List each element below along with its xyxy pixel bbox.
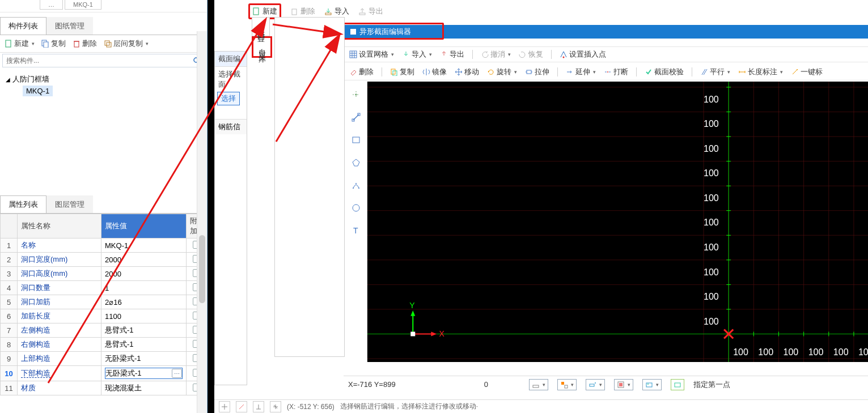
snap-menu-2[interactable]: ▾: [557, 379, 577, 390]
copy-button[interactable]: 复制: [41, 39, 66, 49]
context-tab[interactable]: …: [40, 0, 63, 10]
eraser-icon: [349, 68, 357, 76]
tab-layer-mgmt[interactable]: 图层管理: [46, 195, 93, 213]
svg-text:100: 100: [704, 267, 719, 277]
status-message: 选择钢筋进行编辑，选择标注进行修改或移动·: [340, 402, 478, 411]
move-button[interactable]: 移动: [455, 67, 479, 77]
svg-point-36: [355, 183, 357, 184]
table-row[interactable]: 7左侧构造悬臂式-1: [1, 323, 207, 338]
vtab-system[interactable]: 系统内置: [252, 18, 270, 36]
svg-rect-6: [107, 42, 111, 47]
copy-icon: [41, 40, 49, 48]
table-row[interactable]: 10下部构造无卧梁式-1⋯: [1, 366, 207, 381]
tool-arc[interactable]: [349, 178, 363, 193]
delete-button[interactable]: 删除: [73, 39, 97, 49]
layer-copy-button[interactable]: 层间复制▾: [104, 39, 149, 49]
tab-drawing-mgmt[interactable]: 图纸管理: [46, 17, 93, 35]
tool-text[interactable]: T: [349, 223, 363, 238]
svg-text:100: 100: [704, 292, 719, 301]
svg-rect-119: [533, 385, 539, 388]
table-row[interactable]: 11材质现浇混凝土: [1, 381, 207, 395]
svg-rect-122: [590, 384, 594, 386]
mirror-button[interactable]: 镜像: [422, 67, 447, 77]
export-button[interactable]: 导出: [440, 49, 464, 59]
layer-copy-icon: [104, 40, 112, 48]
grid-icon: [349, 50, 357, 58]
stretch-button[interactable]: 拉伸: [525, 67, 549, 77]
status-btn-1[interactable]: [219, 401, 230, 412]
tree-root[interactable]: ◢ 人防门框墙: [6, 73, 201, 86]
snap-menu-1[interactable]: ▾: [529, 379, 548, 390]
drawing-canvas[interactable]: 1001001001001001001001001001001001001001…: [367, 82, 868, 362]
rotate-button[interactable]: 旋转▾: [487, 67, 517, 77]
svg-marker-113: [410, 310, 415, 316]
oneclick-button[interactable]: 一键标: [791, 67, 823, 77]
extend-button[interactable]: 延伸▾: [566, 67, 596, 77]
copy-button[interactable]: 复制: [390, 67, 414, 77]
more-button[interactable]: ⋯: [172, 369, 182, 378]
svg-point-28: [355, 94, 357, 96]
search-input[interactable]: [6, 57, 193, 65]
left-scrollbar[interactable]: [197, 31, 207, 413]
tree-child[interactable]: MKQ-1: [23, 86, 53, 96]
import-button[interactable]: 导入▾: [402, 49, 432, 59]
status-btn-3[interactable]: [253, 401, 264, 412]
break-button[interactable]: 打断: [604, 67, 628, 77]
svg-rect-9: [253, 8, 259, 15]
svg-line-24: [704, 69, 707, 75]
svg-rect-125: [619, 383, 623, 386]
tool-line[interactable]: [349, 110, 363, 125]
move-icon: [455, 68, 463, 76]
snap-menu-4[interactable]: ▾: [614, 379, 633, 390]
import-button[interactable]: 导入: [324, 6, 349, 16]
svg-text:100: 100: [704, 95, 719, 104]
property-table: 属性名称 属性值 附加 1名称MKQ-12洞口宽度(mm)20003洞口高度(m…: [0, 214, 207, 395]
svg-point-34: [353, 188, 354, 189]
svg-rect-10: [292, 9, 297, 15]
svg-text:100: 100: [808, 347, 824, 357]
new-button[interactable]: 新建▾: [5, 39, 35, 49]
length-annot-button[interactable]: 长度标注▾: [738, 67, 783, 77]
svg-rect-13: [350, 51, 357, 58]
table-row[interactable]: 6加筋长度1100: [1, 309, 207, 323]
insert-point-button[interactable]: 设置插入点: [560, 49, 606, 59]
tab-property-list[interactable]: 属性列表: [0, 195, 46, 213]
tool-polygon[interactable]: [349, 155, 363, 170]
check-icon: [645, 68, 653, 76]
select-section-label: 选择截面: [215, 67, 247, 92]
status-btn-2[interactable]: [236, 401, 247, 412]
mirror-icon: [422, 68, 430, 76]
table-row[interactable]: 1名称MKQ-1: [1, 239, 207, 253]
table-row[interactable]: 4洞口数量1: [1, 281, 207, 295]
tab-component-list[interactable]: 构件列表: [0, 17, 46, 35]
vtab-custom[interactable]: 自定义库: [252, 36, 272, 58]
rebar-info-label: 钢筋信: [215, 119, 247, 134]
svg-text:T: T: [353, 226, 358, 235]
table-row[interactable]: 5洞口加筋2⌀16: [1, 295, 207, 309]
svg-text:X: X: [439, 330, 444, 339]
parallel-button[interactable]: 平行▾: [700, 67, 730, 77]
undo-button: 撤消▾: [481, 49, 511, 59]
table-row[interactable]: 9上部构造无卧梁式-1: [1, 352, 207, 366]
delete-button[interactable]: 删除: [349, 67, 374, 77]
status-btn-4[interactable]: [270, 401, 281, 412]
svg-text:100: 100: [704, 168, 719, 178]
redo-icon: [519, 50, 527, 58]
export-icon: [440, 50, 448, 58]
snap-menu-3[interactable]: ▾: [586, 379, 605, 390]
grid-settings-button[interactable]: 设置网格▾: [349, 49, 394, 59]
select-section-button[interactable]: 选择: [217, 92, 240, 105]
tool-point[interactable]: [349, 87, 363, 102]
table-row[interactable]: 8右侧构造悬臂式-1: [1, 338, 207, 352]
tool-rect[interactable]: [349, 133, 363, 147]
verify-button[interactable]: 截面校验: [645, 67, 684, 77]
tool-circle[interactable]: [349, 201, 363, 215]
context-tab[interactable]: MKQ-1: [65, 0, 101, 10]
table-row[interactable]: 3洞口高度(mm)2000: [1, 267, 207, 281]
rotate-icon: [487, 68, 495, 76]
snap-menu-6[interactable]: [671, 379, 684, 390]
table-row[interactable]: 2洞口宽度(mm)2000: [1, 253, 207, 267]
snap-menu-5[interactable]: ▾: [642, 379, 662, 390]
status-hint: 指定第一点: [693, 380, 730, 390]
file-icon: [5, 40, 12, 48]
